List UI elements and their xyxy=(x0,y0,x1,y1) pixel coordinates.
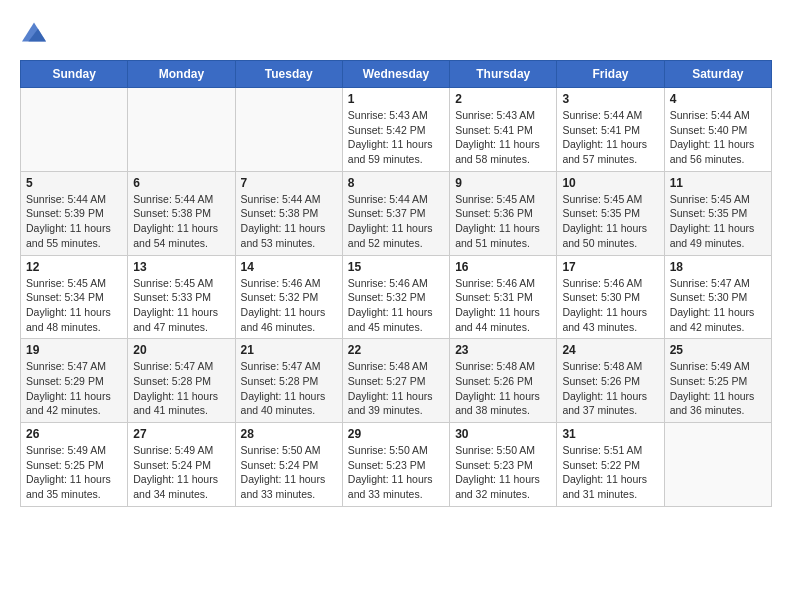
day-header-tuesday: Tuesday xyxy=(235,61,342,88)
day-header-monday: Monday xyxy=(128,61,235,88)
day-header-wednesday: Wednesday xyxy=(342,61,449,88)
calendar-cell: 4Sunrise: 5:44 AM Sunset: 5:40 PM Daylig… xyxy=(664,88,771,172)
day-number: 26 xyxy=(26,427,122,441)
calendar-cell: 17Sunrise: 5:46 AM Sunset: 5:30 PM Dayli… xyxy=(557,255,664,339)
day-info: Sunrise: 5:47 AM Sunset: 5:30 PM Dayligh… xyxy=(670,276,766,335)
day-number: 2 xyxy=(455,92,551,106)
calendar-cell: 9Sunrise: 5:45 AM Sunset: 5:36 PM Daylig… xyxy=(450,171,557,255)
day-number: 6 xyxy=(133,176,229,190)
day-header-saturday: Saturday xyxy=(664,61,771,88)
calendar-table: SundayMondayTuesdayWednesdayThursdayFrid… xyxy=(20,60,772,507)
calendar-cell: 21Sunrise: 5:47 AM Sunset: 5:28 PM Dayli… xyxy=(235,339,342,423)
calendar-cell: 25Sunrise: 5:49 AM Sunset: 5:25 PM Dayli… xyxy=(664,339,771,423)
calendar-cell: 16Sunrise: 5:46 AM Sunset: 5:31 PM Dayli… xyxy=(450,255,557,339)
day-info: Sunrise: 5:48 AM Sunset: 5:27 PM Dayligh… xyxy=(348,359,444,418)
calendar-cell xyxy=(664,423,771,507)
day-info: Sunrise: 5:48 AM Sunset: 5:26 PM Dayligh… xyxy=(455,359,551,418)
day-info: Sunrise: 5:45 AM Sunset: 5:36 PM Dayligh… xyxy=(455,192,551,251)
day-info: Sunrise: 5:43 AM Sunset: 5:41 PM Dayligh… xyxy=(455,108,551,167)
day-info: Sunrise: 5:48 AM Sunset: 5:26 PM Dayligh… xyxy=(562,359,658,418)
day-number: 8 xyxy=(348,176,444,190)
calendar-cell: 8Sunrise: 5:44 AM Sunset: 5:37 PM Daylig… xyxy=(342,171,449,255)
day-number: 4 xyxy=(670,92,766,106)
calendar-cell: 27Sunrise: 5:49 AM Sunset: 5:24 PM Dayli… xyxy=(128,423,235,507)
day-info: Sunrise: 5:50 AM Sunset: 5:23 PM Dayligh… xyxy=(348,443,444,502)
calendar-cell: 6Sunrise: 5:44 AM Sunset: 5:38 PM Daylig… xyxy=(128,171,235,255)
day-header-thursday: Thursday xyxy=(450,61,557,88)
calendar-cell xyxy=(21,88,128,172)
day-number: 23 xyxy=(455,343,551,357)
day-info: Sunrise: 5:44 AM Sunset: 5:41 PM Dayligh… xyxy=(562,108,658,167)
day-number: 25 xyxy=(670,343,766,357)
calendar-cell xyxy=(128,88,235,172)
calendar-cell: 24Sunrise: 5:48 AM Sunset: 5:26 PM Dayli… xyxy=(557,339,664,423)
day-info: Sunrise: 5:43 AM Sunset: 5:42 PM Dayligh… xyxy=(348,108,444,167)
day-info: Sunrise: 5:46 AM Sunset: 5:32 PM Dayligh… xyxy=(348,276,444,335)
day-number: 1 xyxy=(348,92,444,106)
calendar-cell: 18Sunrise: 5:47 AM Sunset: 5:30 PM Dayli… xyxy=(664,255,771,339)
calendar-cell: 20Sunrise: 5:47 AM Sunset: 5:28 PM Dayli… xyxy=(128,339,235,423)
day-info: Sunrise: 5:45 AM Sunset: 5:35 PM Dayligh… xyxy=(670,192,766,251)
day-number: 31 xyxy=(562,427,658,441)
calendar-cell: 11Sunrise: 5:45 AM Sunset: 5:35 PM Dayli… xyxy=(664,171,771,255)
day-number: 27 xyxy=(133,427,229,441)
calendar-cell: 28Sunrise: 5:50 AM Sunset: 5:24 PM Dayli… xyxy=(235,423,342,507)
day-number: 3 xyxy=(562,92,658,106)
day-info: Sunrise: 5:47 AM Sunset: 5:28 PM Dayligh… xyxy=(133,359,229,418)
calendar-cell: 15Sunrise: 5:46 AM Sunset: 5:32 PM Dayli… xyxy=(342,255,449,339)
day-info: Sunrise: 5:49 AM Sunset: 5:25 PM Dayligh… xyxy=(26,443,122,502)
calendar-cell: 7Sunrise: 5:44 AM Sunset: 5:38 PM Daylig… xyxy=(235,171,342,255)
day-info: Sunrise: 5:44 AM Sunset: 5:39 PM Dayligh… xyxy=(26,192,122,251)
calendar-cell: 23Sunrise: 5:48 AM Sunset: 5:26 PM Dayli… xyxy=(450,339,557,423)
day-number: 16 xyxy=(455,260,551,274)
day-number: 10 xyxy=(562,176,658,190)
day-info: Sunrise: 5:47 AM Sunset: 5:29 PM Dayligh… xyxy=(26,359,122,418)
day-info: Sunrise: 5:49 AM Sunset: 5:25 PM Dayligh… xyxy=(670,359,766,418)
day-info: Sunrise: 5:44 AM Sunset: 5:38 PM Dayligh… xyxy=(241,192,337,251)
calendar-cell: 3Sunrise: 5:44 AM Sunset: 5:41 PM Daylig… xyxy=(557,88,664,172)
calendar-cell: 1Sunrise: 5:43 AM Sunset: 5:42 PM Daylig… xyxy=(342,88,449,172)
day-header-friday: Friday xyxy=(557,61,664,88)
calendar-cell: 10Sunrise: 5:45 AM Sunset: 5:35 PM Dayli… xyxy=(557,171,664,255)
day-number: 14 xyxy=(241,260,337,274)
day-number: 20 xyxy=(133,343,229,357)
day-number: 22 xyxy=(348,343,444,357)
day-number: 17 xyxy=(562,260,658,274)
day-number: 30 xyxy=(455,427,551,441)
calendar-cell: 29Sunrise: 5:50 AM Sunset: 5:23 PM Dayli… xyxy=(342,423,449,507)
day-info: Sunrise: 5:46 AM Sunset: 5:31 PM Dayligh… xyxy=(455,276,551,335)
day-number: 24 xyxy=(562,343,658,357)
day-number: 11 xyxy=(670,176,766,190)
day-info: Sunrise: 5:45 AM Sunset: 5:33 PM Dayligh… xyxy=(133,276,229,335)
day-info: Sunrise: 5:45 AM Sunset: 5:34 PM Dayligh… xyxy=(26,276,122,335)
logo xyxy=(20,20,46,42)
calendar-cell: 12Sunrise: 5:45 AM Sunset: 5:34 PM Dayli… xyxy=(21,255,128,339)
day-info: Sunrise: 5:46 AM Sunset: 5:30 PM Dayligh… xyxy=(562,276,658,335)
day-header-sunday: Sunday xyxy=(21,61,128,88)
day-number: 29 xyxy=(348,427,444,441)
day-number: 9 xyxy=(455,176,551,190)
calendar-cell: 31Sunrise: 5:51 AM Sunset: 5:22 PM Dayli… xyxy=(557,423,664,507)
day-info: Sunrise: 5:47 AM Sunset: 5:28 PM Dayligh… xyxy=(241,359,337,418)
day-number: 7 xyxy=(241,176,337,190)
calendar-cell: 19Sunrise: 5:47 AM Sunset: 5:29 PM Dayli… xyxy=(21,339,128,423)
calendar-cell: 14Sunrise: 5:46 AM Sunset: 5:32 PM Dayli… xyxy=(235,255,342,339)
day-number: 15 xyxy=(348,260,444,274)
calendar-cell: 13Sunrise: 5:45 AM Sunset: 5:33 PM Dayli… xyxy=(128,255,235,339)
logo-icon xyxy=(22,22,46,42)
day-number: 28 xyxy=(241,427,337,441)
day-info: Sunrise: 5:46 AM Sunset: 5:32 PM Dayligh… xyxy=(241,276,337,335)
calendar-cell xyxy=(235,88,342,172)
calendar-cell: 30Sunrise: 5:50 AM Sunset: 5:23 PM Dayli… xyxy=(450,423,557,507)
day-info: Sunrise: 5:50 AM Sunset: 5:24 PM Dayligh… xyxy=(241,443,337,502)
day-info: Sunrise: 5:44 AM Sunset: 5:40 PM Dayligh… xyxy=(670,108,766,167)
calendar-cell: 26Sunrise: 5:49 AM Sunset: 5:25 PM Dayli… xyxy=(21,423,128,507)
day-info: Sunrise: 5:51 AM Sunset: 5:22 PM Dayligh… xyxy=(562,443,658,502)
day-info: Sunrise: 5:45 AM Sunset: 5:35 PM Dayligh… xyxy=(562,192,658,251)
day-info: Sunrise: 5:49 AM Sunset: 5:24 PM Dayligh… xyxy=(133,443,229,502)
day-number: 19 xyxy=(26,343,122,357)
day-info: Sunrise: 5:50 AM Sunset: 5:23 PM Dayligh… xyxy=(455,443,551,502)
day-number: 18 xyxy=(670,260,766,274)
day-info: Sunrise: 5:44 AM Sunset: 5:37 PM Dayligh… xyxy=(348,192,444,251)
calendar-cell: 5Sunrise: 5:44 AM Sunset: 5:39 PM Daylig… xyxy=(21,171,128,255)
